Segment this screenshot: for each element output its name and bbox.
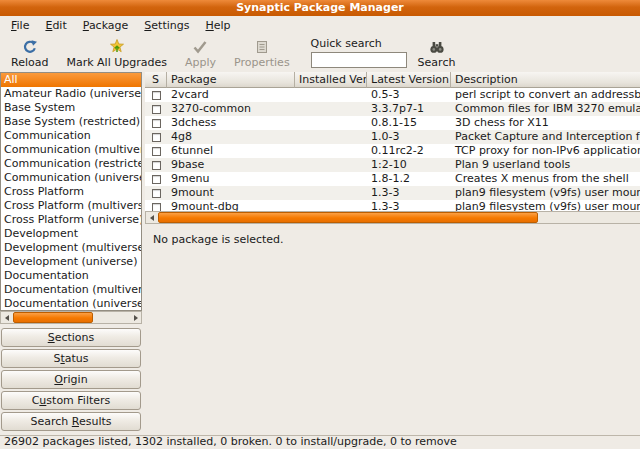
sidebar-item[interactable]: Communication (universe) [1, 171, 141, 185]
package-checkbox[interactable] [152, 147, 161, 156]
scroll-left-icon[interactable] [146, 212, 157, 223]
sidebar-hscroll-thumb[interactable] [13, 312, 93, 323]
status-cell [145, 116, 167, 130]
table-row[interactable]: 3270-common3.3.7p7-1Common files for IBM… [145, 102, 640, 116]
sidebar-item[interactable]: Communication (multiverse) [1, 143, 141, 157]
package-checkbox[interactable] [152, 161, 161, 170]
sidebar-hscrollbar[interactable] [0, 311, 142, 324]
table-hscroll-thumb[interactable] [158, 212, 538, 223]
column-header-package[interactable]: Package [167, 72, 295, 88]
package-checkbox[interactable] [152, 91, 161, 100]
sidebar-item[interactable]: Cross Platform (universe) [1, 213, 141, 227]
package-description: plan9 filesystem (v9fs) user mount utili… [451, 186, 640, 200]
quick-search-label: Quick search [311, 37, 407, 50]
package-table: S Package Installed Version Latest Versi… [145, 72, 640, 211]
properties-label: Properties [234, 56, 290, 69]
installed-version [295, 200, 367, 211]
package-checkbox[interactable] [152, 133, 161, 142]
sidebar-item[interactable]: Development (multiverse) [1, 241, 141, 255]
menu-edit[interactable]: Edit [38, 17, 73, 34]
search-button[interactable]: Search [411, 37, 463, 70]
package-checkbox[interactable] [152, 119, 161, 128]
sidebar-item[interactable]: Development [1, 227, 141, 241]
sidebar-item[interactable]: Documentation (universe) [1, 297, 141, 311]
table-row[interactable]: 6tunnel0.11rc2-2TCP proxy for non-IPv6 a… [145, 144, 640, 158]
latest-version: 1:2-10 [367, 158, 451, 172]
sidebar-item[interactable]: Documentation [1, 269, 141, 283]
sidebar-item[interactable]: Cross Platform [1, 185, 141, 199]
mark-all-upgrades-button[interactable]: Mark All Upgrades [59, 37, 174, 70]
installed-version [295, 158, 367, 172]
table-hscrollbar[interactable] [145, 211, 640, 224]
sidebar-list: AllAmateur Radio (universe)Base SystemBa… [0, 72, 142, 311]
latest-version: 1.3-3 [367, 200, 451, 211]
sidebar-item[interactable]: Base System (restricted) [1, 115, 141, 129]
sidebar-button-origin[interactable]: Origin [1, 370, 141, 389]
sidebar-button-custom-filters[interactable]: Custom Filters [1, 391, 141, 410]
quick-search: Quick search [311, 37, 407, 68]
sidebar-item[interactable]: Communication [1, 129, 141, 143]
left-panel: AllAmateur Radio (universe)Base SystemBa… [0, 72, 145, 435]
menu-file[interactable]: File [4, 17, 36, 34]
column-header-status[interactable]: S [145, 72, 167, 88]
table-row[interactable]: 3dchess0.8.1-153D chess for X11 [145, 116, 640, 130]
sidebar-button-status[interactable]: Status [1, 349, 141, 368]
sidebar-item[interactable]: Documentation (multiverse) [1, 283, 141, 297]
status-cell [145, 88, 167, 102]
scroll-right-icon[interactable] [130, 312, 141, 323]
sidebar-item[interactable]: Amateur Radio (universe) [1, 87, 141, 101]
sidebar-item[interactable]: All [1, 73, 141, 87]
installed-version [295, 186, 367, 200]
package-description: TCP proxy for non-IPv6 applications [451, 144, 640, 158]
column-header-description[interactable]: Description [451, 72, 640, 88]
table-row[interactable]: 2vcard0.5-3perl script to convert an add… [145, 88, 640, 102]
status-cell [145, 130, 167, 144]
synaptic-window: Synaptic Package Manager FileEditPackage… [0, 0, 640, 449]
reload-label: Reload [11, 56, 48, 69]
right-pane: S Package Installed Version Latest Versi… [145, 72, 640, 435]
sidebar-item[interactable]: Cross Platform (multiverse) [1, 199, 141, 213]
titlebar[interactable]: Synaptic Package Manager [0, 0, 640, 16]
table-row[interactable]: 9mount-dbg1.3-3plan9 filesystem (v9fs) u… [145, 200, 640, 211]
table-row[interactable]: 9mount1.3-3plan9 filesystem (v9fs) user … [145, 186, 640, 200]
sidebar-button-sections[interactable]: Sections [1, 328, 141, 347]
quick-search-input[interactable] [311, 52, 407, 68]
package-table-rows: 2vcard0.5-3perl script to convert an add… [145, 88, 640, 211]
search-icon [429, 38, 445, 55]
menu-package[interactable]: Package [76, 17, 136, 34]
reload-button[interactable]: Reload [4, 37, 55, 70]
apply-button[interactable]: Apply [178, 37, 223, 70]
package-checkbox[interactable] [152, 189, 161, 198]
status-cell [145, 172, 167, 186]
table-row[interactable]: 9base1:2-10Plan 9 userland tools [145, 158, 640, 172]
status-cell [145, 186, 167, 200]
sidebar-button-search-results[interactable]: Search Results [1, 412, 141, 431]
sidebar-item[interactable]: Base System [1, 101, 141, 115]
column-header-installed-version[interactable]: Installed Version [295, 72, 367, 88]
status-cell [145, 144, 167, 158]
package-description: 3D chess for X11 [451, 116, 640, 130]
latest-version: 1.0-3 [367, 130, 451, 144]
scroll-left-icon[interactable] [1, 312, 12, 323]
mark-all-upgrades-label: Mark All Upgrades [66, 56, 167, 69]
sidebar-item[interactable]: Communication (restricted) [1, 157, 141, 171]
sidebar-item[interactable]: Development (universe) [1, 255, 141, 269]
main-area: AllAmateur Radio (universe)Base SystemBa… [0, 72, 640, 435]
installed-version [295, 144, 367, 158]
table-row[interactable]: 4g81.0-3Packet Capture and Interception … [145, 130, 640, 144]
package-description: plan9 filesystem (v9fs) user mount utili… [451, 200, 640, 211]
package-name: 6tunnel [167, 144, 295, 158]
package-checkbox[interactable] [152, 105, 161, 114]
table-row[interactable]: 9menu1.8-1.2Creates X menus from the she… [145, 172, 640, 186]
properties-button[interactable]: Properties [227, 37, 297, 70]
toolbar: Reload Mark All Upgrades Apply [0, 35, 640, 72]
apply-icon [192, 38, 208, 55]
details-message: No package is selected. [145, 224, 640, 246]
package-checkbox[interactable] [152, 175, 161, 184]
package-name: 9menu [167, 172, 295, 186]
mark-all-upgrades-icon [109, 38, 125, 55]
package-checkbox[interactable] [152, 203, 161, 212]
menu-help[interactable]: Help [198, 17, 237, 34]
menu-settings[interactable]: Settings [137, 17, 196, 34]
column-header-latest-version[interactable]: Latest Version [367, 72, 451, 88]
